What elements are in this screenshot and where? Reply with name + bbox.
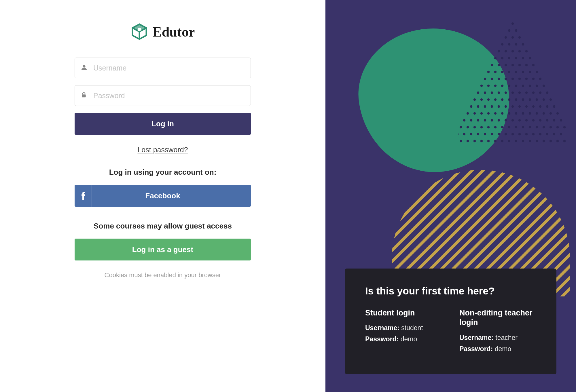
svg-point-147 (477, 133, 479, 135)
svg-point-25 (508, 57, 510, 59)
svg-point-120 (511, 119, 514, 121)
svg-point-55 (494, 85, 497, 87)
svg-point-19 (505, 50, 507, 52)
svg-point-128 (460, 126, 462, 128)
svg-point-101 (480, 112, 483, 115)
svg-point-9 (508, 29, 510, 32)
svg-point-122 (525, 119, 528, 121)
svg-point-152 (511, 133, 514, 135)
svg-point-139 (536, 126, 538, 128)
user-icon (81, 64, 87, 72)
svg-point-115 (477, 119, 479, 121)
svg-point-69 (518, 92, 521, 94)
teacher-password-row: Password: demo (459, 345, 536, 353)
svg-point-176 (556, 140, 559, 142)
svg-point-81 (522, 98, 524, 101)
first-time-card: Is this your first time here? Student lo… (345, 269, 556, 374)
svg-point-82 (529, 98, 531, 101)
svg-point-125 (546, 119, 548, 121)
svg-point-114 (470, 119, 472, 121)
svg-point-23 (494, 57, 497, 59)
student-username-row: Username: student (365, 324, 442, 332)
svg-point-173 (536, 140, 538, 142)
svg-point-133 (494, 126, 497, 128)
guest-login-button[interactable]: Log in as a guest (75, 239, 251, 260)
svg-point-68 (511, 92, 514, 94)
svg-point-171 (522, 140, 524, 142)
svg-point-11 (505, 36, 507, 39)
svg-point-24 (501, 57, 503, 59)
svg-point-126 (553, 119, 555, 121)
svg-point-22 (525, 50, 528, 52)
svg-point-75 (480, 98, 483, 101)
password-group (75, 85, 251, 106)
facebook-label: Facebook (145, 191, 180, 200)
svg-point-59 (522, 85, 524, 87)
lost-password-link[interactable]: Lost password? (75, 146, 251, 154)
svg-point-18 (498, 50, 500, 52)
svg-point-72 (539, 92, 541, 94)
svg-point-13 (518, 36, 521, 39)
svg-point-158 (553, 133, 555, 135)
svg-point-86 (470, 105, 472, 108)
svg-point-130 (473, 126, 476, 128)
svg-point-14 (501, 43, 503, 45)
guest-heading: Some courses may allow guest access (75, 222, 251, 231)
decor-dots (458, 20, 567, 147)
svg-point-57 (508, 85, 510, 87)
password-input[interactable] (75, 85, 251, 106)
svg-point-144 (458, 133, 458, 135)
svg-point-15 (508, 43, 510, 45)
facebook-login-button[interactable]: Facebook (75, 185, 251, 207)
svg-point-166 (487, 140, 490, 142)
svg-point-151 (505, 133, 507, 135)
svg-point-97 (546, 105, 548, 108)
svg-point-42 (529, 71, 531, 73)
svg-point-106 (515, 112, 517, 115)
svg-point-94 (525, 105, 528, 108)
svg-point-92 (511, 105, 514, 108)
username-input[interactable] (75, 58, 251, 78)
svg-point-124 (539, 119, 541, 121)
svg-point-149 (491, 133, 493, 135)
svg-point-85 (550, 98, 552, 101)
svg-point-52 (539, 78, 541, 80)
svg-point-109 (536, 112, 538, 115)
svg-point-50 (525, 78, 528, 80)
svg-point-63 (477, 92, 479, 94)
svg-point-131 (480, 126, 483, 128)
svg-point-162 (460, 140, 462, 142)
svg-point-54 (487, 85, 490, 87)
svg-point-141 (550, 126, 552, 128)
cube-icon (131, 23, 148, 40)
svg-point-10 (515, 29, 517, 32)
svg-point-132 (487, 126, 490, 128)
username-group (75, 58, 251, 78)
svg-point-27 (522, 57, 524, 59)
svg-point-175 (550, 140, 552, 142)
svg-point-93 (518, 105, 521, 108)
svg-point-37 (494, 71, 497, 73)
teacher-login-info: Non-editing teacher login Username: teac… (459, 308, 536, 357)
login-panel: Edutor Log in Lost password? Log in usin… (0, 0, 325, 392)
svg-point-26 (515, 57, 517, 59)
svg-point-80 (515, 98, 517, 101)
svg-point-20 (511, 50, 514, 52)
svg-point-91 (505, 105, 507, 108)
svg-point-123 (532, 119, 535, 121)
svg-point-140 (543, 126, 545, 128)
svg-point-134 (501, 126, 503, 128)
svg-point-64 (484, 92, 486, 94)
svg-point-146 (470, 133, 472, 135)
svg-point-159 (560, 133, 562, 135)
svg-point-160 (567, 133, 567, 135)
svg-point-58 (515, 85, 517, 87)
svg-point-90 (498, 105, 500, 108)
svg-point-21 (518, 50, 521, 52)
svg-point-60 (529, 85, 531, 87)
svg-point-163 (467, 140, 469, 142)
login-button[interactable]: Log in (75, 113, 251, 135)
svg-point-71 (532, 92, 535, 94)
svg-point-73 (546, 92, 548, 94)
svg-point-76 (487, 98, 490, 101)
